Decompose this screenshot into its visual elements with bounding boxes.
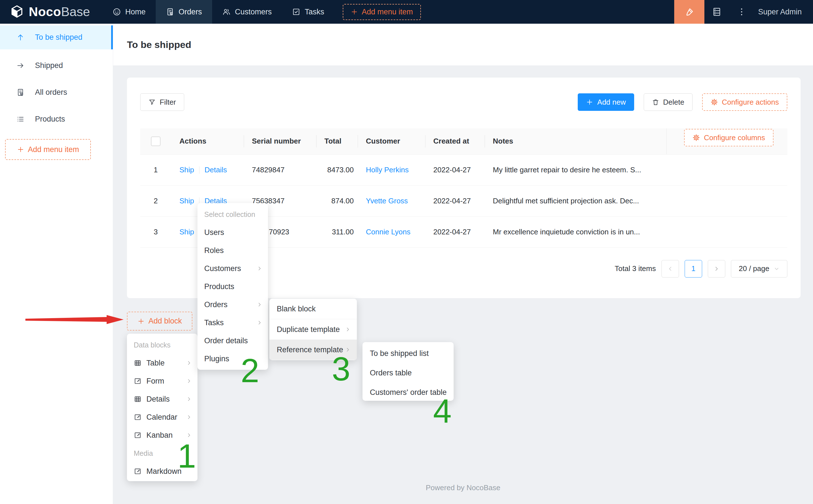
unordered-list-icon (16, 115, 25, 123)
cell-customer: Holly Perkins (358, 154, 425, 185)
gear-icon (711, 98, 718, 106)
add-block-button[interactable]: Add block (127, 312, 192, 331)
delete-button[interactable]: Delete (644, 93, 693, 111)
cell-total: 874.00 (316, 185, 358, 216)
nav-item-home[interactable]: Home (102, 0, 156, 24)
sidebar-item-shipped[interactable]: Shipped (0, 54, 113, 78)
configure-columns-button[interactable]: Configure columns (684, 129, 774, 146)
chevron-right-icon (186, 414, 192, 420)
chevron-right-icon (345, 327, 351, 332)
collection-manager-button[interactable] (704, 0, 729, 24)
select-collection-menu: Select collection Users Roles Customers … (197, 203, 268, 370)
menu-item-orders-table[interactable]: Orders table (362, 363, 454, 383)
menu-item-blank-block[interactable]: Blank block (269, 299, 357, 319)
select-all-checkbox[interactable] (151, 137, 161, 146)
page-header: To be shipped (113, 24, 813, 65)
menu-item-customers[interactable]: Customers (197, 259, 268, 278)
ship-link[interactable]: Ship (179, 166, 194, 174)
menu-item-tasks[interactable]: Tasks (197, 314, 268, 332)
row-index: 1 (140, 154, 171, 185)
menu-item-roles[interactable]: Roles (197, 241, 268, 259)
navbar-right-cluster: Super Admin (674, 0, 813, 24)
highlighter-icon (684, 7, 695, 17)
pagination-page-1[interactable]: 1 (685, 260, 702, 278)
menu-item-label: Roles (204, 246, 262, 255)
menu-item-form[interactable]: Form (127, 372, 197, 390)
user-menu[interactable]: Super Admin (754, 8, 813, 16)
add-menu-item-label: Add menu item (28, 145, 79, 154)
form-icon (134, 467, 142, 475)
menu-item-order-details[interactable]: Order details (197, 332, 268, 350)
chevron-down-icon (774, 266, 779, 272)
divider (199, 166, 199, 174)
nocobase-app: NocoBase Home Orders (0, 0, 813, 504)
cell-notes: Delightful met sufficient projection ask… (485, 185, 666, 216)
add-menu-item-button-sidebar[interactable]: Add menu item (5, 139, 91, 160)
chevron-right-icon (186, 360, 192, 366)
nocobase-logo[interactable]: NocoBase (0, 5, 102, 19)
customer-link[interactable]: Yvette Gross (366, 197, 408, 205)
menu-item-calendar[interactable]: Calendar (127, 408, 197, 426)
add-new-button[interactable]: Add new (578, 93, 634, 111)
menu-item-users[interactable]: Users (197, 223, 268, 241)
cell-empty (666, 154, 787, 185)
details-link[interactable]: Details (205, 166, 227, 174)
col-header-total: Total (316, 128, 358, 154)
plus-icon (17, 146, 24, 153)
page-size-select[interactable]: 20 / page (731, 260, 787, 278)
row-actions: ShipDetails (171, 154, 244, 185)
menu-item-details[interactable]: Details (127, 390, 197, 408)
pagination-next-button[interactable] (708, 260, 725, 278)
sidebar-item-label: To be shipped (35, 33, 82, 42)
nav-item-customers[interactable]: Customers (212, 0, 282, 24)
menu-item-label: Order details (204, 336, 262, 345)
top-menu: Home Orders Customers Tas (102, 0, 421, 24)
sidebar-item-products[interactable]: Products (0, 107, 113, 131)
nav-item-tasks[interactable]: Tasks (282, 0, 334, 24)
pagination-prev-button[interactable] (662, 260, 679, 278)
ship-link[interactable]: Ship (179, 197, 194, 205)
ui-editor-button[interactable] (674, 0, 704, 24)
gear-icon (693, 134, 700, 141)
page-title: To be shipped (127, 39, 191, 50)
menu-item-label: Form (146, 377, 186, 386)
customer-link[interactable]: Connie Lyons (366, 228, 410, 236)
menu-item-to-be-shipped-list[interactable]: To be shipped list (362, 344, 454, 363)
menu-item-table[interactable]: Table (127, 354, 197, 372)
cell-serial-number: 74829847 (244, 154, 316, 185)
menu-item-duplicate-template[interactable]: Duplicate template (269, 319, 357, 340)
team-icon (222, 8, 231, 16)
nav-item-orders[interactable]: Orders (156, 0, 212, 24)
col-header-customer: Customer (358, 128, 425, 154)
cell-created-at: 2022-04-27 (425, 216, 485, 247)
sidebar-item-all-orders[interactable]: All orders (0, 80, 113, 104)
cell-empty (666, 216, 787, 247)
menu-section-label: Select collection (197, 205, 268, 223)
cell-customer: Yvette Gross (358, 185, 425, 216)
nav-item-label: Customers (235, 8, 272, 16)
chevron-right-icon (186, 378, 192, 384)
chevron-right-icon (257, 302, 262, 307)
customer-link[interactable]: Holly Perkins (366, 166, 409, 174)
add-menu-item-button-top[interactable]: Add menu item (343, 4, 421, 20)
cell-total: 311.00 (316, 216, 358, 247)
menu-item-products[interactable]: Products (197, 278, 268, 296)
menu-item-label: To be shipped list (370, 349, 447, 358)
more-actions-button[interactable] (729, 0, 754, 24)
menu-item-orders[interactable]: Orders (197, 296, 268, 314)
form-icon (134, 377, 142, 385)
add-block-label: Add block (148, 317, 182, 325)
sidebar-item-to-be-shipped[interactable]: To be shipped (0, 25, 113, 49)
page-size-value: 20 / page (739, 264, 769, 273)
nav-item-label: Tasks (305, 8, 324, 16)
file-done-icon (166, 8, 174, 16)
reference-template-menu: To be shipped list Orders table Customer… (362, 342, 454, 401)
filter-button[interactable]: Filter (140, 93, 184, 111)
col-header-actions: Actions (171, 128, 244, 154)
pagination-total: Total 3 items (615, 264, 656, 273)
form-icon (134, 413, 142, 421)
table-icon (134, 359, 142, 367)
configure-actions-button[interactable]: Configure actions (702, 93, 787, 111)
ship-link[interactable]: Ship (179, 228, 194, 236)
sidebar-item-label: Products (35, 115, 65, 124)
